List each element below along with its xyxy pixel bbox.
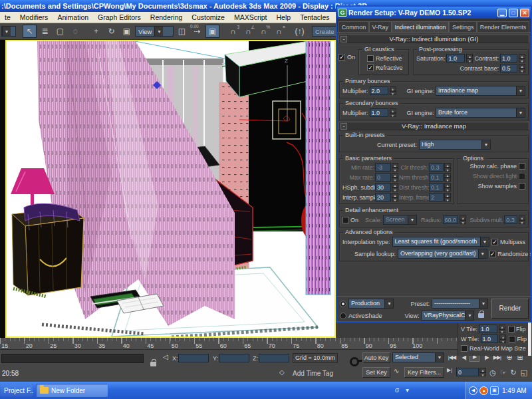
track-bar-ruler[interactable]: 1520253035404550556065707580859095100 bbox=[0, 338, 511, 350]
saturation-spinner[interactable]: ▲▼ bbox=[466, 54, 473, 63]
snap-toggle-icon[interactable]: ∩3 bbox=[226, 25, 240, 38]
current-preset-dropdown[interactable]: High ▼ bbox=[419, 140, 491, 150]
saturation-field[interactable]: 1.0 bbox=[446, 54, 465, 63]
x-coord-field[interactable] bbox=[178, 354, 209, 362]
selection-lock-icon[interactable] bbox=[150, 362, 156, 366]
w-flip-checkbox[interactable] bbox=[509, 336, 515, 342]
crossing-selection-icon[interactable]: ◌ bbox=[68, 25, 82, 38]
keyboard-shortcut-override-icon[interactable]: (↑) bbox=[293, 25, 307, 38]
panel-scrollbar[interactable] bbox=[528, 323, 531, 356]
primary-multiplier-field[interactable]: 2.0 bbox=[370, 86, 388, 95]
hsph-subdivs-field[interactable]: 30 bbox=[375, 183, 391, 192]
refractive-checkbox[interactable] bbox=[367, 65, 374, 71]
spinner-snap-icon[interactable]: ∩≡ bbox=[272, 25, 286, 38]
interp-samples-field[interactable]: 20 bbox=[375, 193, 391, 201]
view-dropdown[interactable]: VRayPhysicalC ▼ bbox=[421, 311, 474, 321]
menu-item[interactable]: Modifiers bbox=[15, 13, 53, 21]
menu-item[interactable]: Customize bbox=[187, 13, 229, 21]
real-world-checkbox[interactable] bbox=[461, 345, 467, 352]
collapse-icon[interactable]: - bbox=[340, 123, 347, 130]
key-filters-button[interactable]: Key Filters... bbox=[404, 367, 444, 378]
arc-rotate-icon[interactable]: ↻ bbox=[508, 367, 519, 378]
menu-item[interactable]: Help bbox=[272, 13, 296, 21]
dialog-tab[interactable]: Indirect illumination bbox=[392, 21, 449, 32]
select-and-manipulate-icon[interactable]: ▣ bbox=[205, 25, 219, 38]
contrast-base-spinner[interactable]: ▲▼ bbox=[519, 64, 525, 72]
close-icon[interactable]: ✕ bbox=[520, 9, 529, 17]
tray-back-icon[interactable]: ◀ bbox=[469, 386, 477, 395]
tray-chevron-icon[interactable]: ▾ bbox=[406, 386, 409, 394]
viewport-scene[interactable]: Z bbox=[5, 40, 336, 338]
primary-engine-dropdown[interactable]: Irradiance map ▼ bbox=[436, 86, 525, 96]
production-radio[interactable] bbox=[340, 301, 346, 307]
contrast-spinner[interactable]: ▲▼ bbox=[519, 54, 525, 63]
w-tile-field[interactable]: 1.0 bbox=[481, 334, 499, 343]
menu-item[interactable]: te bbox=[0, 13, 15, 21]
snap-value-icon[interactable]: 0.00⇢ bbox=[190, 25, 204, 38]
production-dropdown[interactable]: Production ▼ bbox=[348, 299, 394, 309]
activeshade-radio[interactable] bbox=[340, 313, 346, 319]
select-and-rotate-icon[interactable]: ↻ bbox=[104, 25, 118, 38]
secondary-multiplier-field[interactable]: 1.0 bbox=[370, 108, 388, 117]
current-frame-field[interactable]: 0 bbox=[456, 368, 479, 376]
reference-coordinate-dropdown[interactable]: View ▼ bbox=[135, 26, 174, 37]
secondary-engine-dropdown[interactable]: Brute force ▼ bbox=[436, 108, 525, 118]
menu-item[interactable]: MAXScript bbox=[229, 13, 272, 21]
rollout-indirect-illumination[interactable]: - V-Ray:: Indirect illumination (GI) bbox=[338, 35, 529, 43]
contrast-base-field[interactable]: 0.5 bbox=[500, 64, 517, 72]
dialog-tab[interactable]: Render Elements bbox=[477, 21, 529, 32]
v-tile-field[interactable]: 1.0 bbox=[479, 325, 497, 333]
collapse-icon[interactable]: - bbox=[340, 36, 347, 43]
gi-on-checkbox[interactable] bbox=[338, 54, 345, 61]
percent-snap-icon[interactable]: ∩% bbox=[257, 25, 271, 38]
absolute-mode-icon[interactable]: ◁ bbox=[163, 353, 168, 360]
rectangular-selection-region-icon[interactable]: ▢ bbox=[53, 25, 67, 38]
menu-item[interactable]: Tentacles bbox=[295, 13, 334, 21]
taskbar-task-new-folder[interactable]: New Folder bbox=[36, 384, 108, 397]
tray-orange-app-icon[interactable]: ● bbox=[479, 386, 488, 395]
randomize-samples-checkbox[interactable] bbox=[489, 251, 496, 257]
w-tile-spinner[interactable]: ▲▼ bbox=[499, 334, 506, 343]
reflective-checkbox[interactable] bbox=[367, 55, 374, 62]
preset-dropdown[interactable]: ------------------ ▼ bbox=[432, 299, 488, 309]
time-configuration-icon[interactable]: ◷ bbox=[487, 367, 498, 378]
select-object-icon[interactable]: ↖ bbox=[23, 25, 37, 38]
rollout-irradiance-map[interactable]: - V-Ray:: Irradiance map bbox=[338, 122, 529, 130]
go-to-start-button[interactable]: |◀◀ bbox=[447, 352, 457, 362]
dialog-tab[interactable]: Common bbox=[338, 21, 369, 32]
angle-snap-icon[interactable]: ∩∠ bbox=[241, 25, 255, 38]
interp-samples-spinner[interactable]: ▲▼ bbox=[392, 193, 398, 201]
use-pivot-center-icon[interactable]: ◫ bbox=[175, 25, 189, 38]
dialog-titlebar[interactable]: G Render Setup: V-Ray DEMO 1.50.SP2 ▁ □ … bbox=[337, 7, 531, 19]
hsph-subdivs-spinner[interactable]: ▲▼ bbox=[392, 183, 398, 192]
perspective-viewport[interactable]: Z bbox=[5, 40, 336, 338]
maximize-viewport-icon[interactable]: ◱ bbox=[519, 367, 529, 378]
menu-item[interactable]: Graph Editors bbox=[93, 13, 146, 21]
v-tile-spinner[interactable]: ▲▼ bbox=[499, 325, 505, 333]
v-flip-checkbox[interactable] bbox=[508, 326, 515, 332]
tray-window-icon[interactable]: ▣ bbox=[490, 386, 499, 395]
y-coord-field[interactable] bbox=[219, 354, 249, 362]
menu-item[interactable]: Rendering bbox=[146, 13, 187, 21]
show-samples-checkbox[interactable] bbox=[519, 183, 525, 190]
dialog-tab[interactable]: Settings bbox=[449, 21, 477, 32]
undo-dropdown[interactable]: ▼ bbox=[1, 26, 16, 37]
select-by-name-icon[interactable]: ≣ bbox=[38, 25, 52, 38]
render-button[interactable]: Render bbox=[491, 299, 529, 319]
set-key-button[interactable]: Set Key bbox=[362, 367, 390, 378]
maximize-icon[interactable]: □ bbox=[509, 9, 518, 17]
select-and-move-icon[interactable]: + bbox=[89, 25, 103, 38]
maxscript-mini-listener[interactable] bbox=[1, 354, 144, 363]
pan-icon[interactable]: ☞ bbox=[498, 367, 509, 378]
multipass-checkbox[interactable] bbox=[491, 239, 498, 245]
select-and-scale-icon[interactable]: ▣ bbox=[120, 25, 134, 38]
add-time-tag[interactable]: Add Time Tag bbox=[293, 370, 333, 377]
view-lock-icon[interactable] bbox=[478, 313, 484, 318]
go-to-frame-icon[interactable]: ▶| bbox=[447, 367, 452, 373]
key-mode-dropdown[interactable]: Selected ▼ bbox=[392, 352, 444, 362]
primary-multiplier-spinner[interactable]: ▲▼ bbox=[390, 86, 396, 95]
show-calc-phase-checkbox[interactable] bbox=[519, 163, 525, 170]
sample-lookup-dropdown[interactable]: Overlapping (very good/fast) ▼ bbox=[398, 249, 487, 259]
secondary-multiplier-spinner[interactable]: ▲▼ bbox=[390, 108, 396, 117]
key-curve-icon[interactable]: ∿ bbox=[394, 367, 399, 374]
